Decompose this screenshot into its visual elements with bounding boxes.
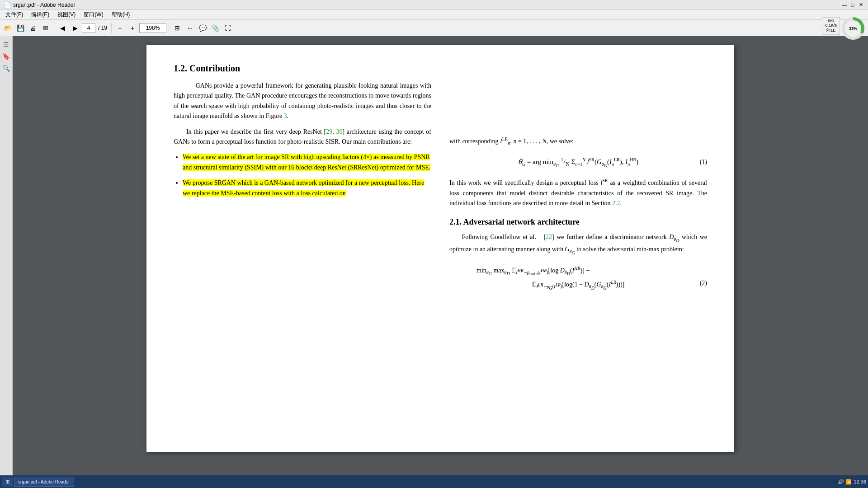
zoom-input[interactable]: 198% bbox=[139, 23, 166, 33]
next-page-button[interactable]: ▶ bbox=[69, 22, 81, 34]
prev-page-button[interactable]: ◀ bbox=[57, 22, 68, 34]
menu-help[interactable]: 帮助(H) bbox=[108, 10, 134, 19]
fullscreen-button[interactable]: ⛶ bbox=[222, 22, 234, 34]
toolbar: 📂 💾 🖨 ✉ ◀ ▶ 4 / 19 − + 198% ⊞ ↔ 💬 📎 ⛶ 工具 bbox=[0, 20, 868, 36]
bullet-item-2: We propose SRGAN which is a GAN-based ne… bbox=[183, 178, 431, 198]
sidebar-bookmarks-icon[interactable]: 🔖 bbox=[1, 52, 11, 61]
equation-2: minθG maxθD 𝔼IHR∼ptrain(IHR)[log DθD(IHR… bbox=[449, 266, 707, 291]
menu-window[interactable]: 窗口(W) bbox=[80, 10, 107, 19]
page-total: / 19 bbox=[98, 25, 107, 31]
menu-view[interactable]: 视图(V) bbox=[54, 10, 79, 19]
titlebar-left: 📄 srgan.pdf - Adobe Reader bbox=[4, 1, 75, 9]
maximize-button[interactable]: □ bbox=[849, 1, 856, 9]
bullet-item-1: We set a new state of the art for image … bbox=[183, 152, 431, 173]
taskbar-tray: 🔊 📶 12:36 bbox=[838, 479, 866, 485]
info-rate-label: 0.1K/s bbox=[825, 23, 837, 28]
sidebar-pages-icon[interactable]: ☰ bbox=[1, 40, 11, 50]
eq2-number: (2) bbox=[700, 280, 707, 287]
progress-percent: 33% bbox=[845, 20, 861, 37]
contribution-para2: In this paper we describe the first very… bbox=[174, 127, 431, 147]
ref29-link[interactable]: 29 bbox=[326, 128, 332, 135]
email-button[interactable]: ✉ bbox=[40, 22, 52, 34]
info-panel: 0K/ 0.1K/s 的1E bbox=[822, 17, 840, 35]
section-contribution-title: 1.2. Contribution bbox=[174, 63, 431, 74]
section22-link[interactable]: 2.2 bbox=[612, 200, 620, 206]
left-column: 1.2. Contribution GANs provide a powerfu… bbox=[174, 63, 431, 434]
page-number-input[interactable]: 4 bbox=[82, 23, 95, 33]
adversarial-para: Following Goodfellow et al. [22] we furt… bbox=[449, 232, 707, 257]
tray-icons: 🔊 📶 bbox=[838, 479, 852, 485]
app-icon: 📄 bbox=[4, 1, 11, 9]
taskbar: ⊞ srgan.pdf - Adobe Reader 🔊 📶 12:36 bbox=[0, 475, 868, 488]
fit-width-button[interactable]: ↔ bbox=[184, 22, 196, 34]
fig3-link[interactable]: 3 bbox=[284, 113, 287, 119]
separator-3 bbox=[169, 23, 169, 33]
right-column: with corresponding ILRn, n = 1, . . . , … bbox=[449, 63, 707, 434]
ref30-link[interactable]: 30 bbox=[336, 128, 342, 135]
contribution-bullets: We set a new state of the art for image … bbox=[174, 152, 431, 198]
subsection-adversarial-title: 2.1. Adversarial network architecture bbox=[449, 217, 707, 227]
eq1-number: (1) bbox=[700, 159, 707, 166]
taskbar-reader[interactable]: srgan.pdf - Adobe Reader bbox=[14, 477, 74, 487]
comment-button[interactable]: 💬 bbox=[197, 22, 208, 34]
separator-1 bbox=[54, 23, 54, 33]
window-title: srgan.pdf - Adobe Reader bbox=[13, 2, 75, 8]
save-button[interactable]: 💾 bbox=[14, 22, 26, 34]
zoom-out-button[interactable]: − bbox=[114, 22, 126, 34]
attach-button[interactable]: 📎 bbox=[209, 22, 221, 34]
taskbar-clock: 12:36 bbox=[854, 479, 866, 484]
right-intro-text: with corresponding ILRn, n = 1, . . . , … bbox=[449, 136, 707, 147]
separator-2 bbox=[111, 23, 112, 33]
taskbar-items: srgan.pdf - Adobe Reader bbox=[14, 477, 837, 487]
start-button[interactable]: ⊞ bbox=[2, 477, 13, 487]
info-extra: 的1E bbox=[826, 28, 835, 33]
menu-edit[interactable]: 编辑(E) bbox=[28, 10, 53, 19]
content-area: 1.2. Contribution GANs provide a powerfu… bbox=[13, 36, 868, 475]
ref22-link[interactable]: 22 bbox=[546, 234, 552, 240]
close-button[interactable]: ✕ bbox=[857, 1, 864, 9]
equation-1: θ̂G = arg minθG 1/N Σn=1N lSR(GθG(InLR),… bbox=[449, 156, 707, 168]
perceptual-loss-text: In this work we will specifically design… bbox=[449, 177, 707, 208]
print-button[interactable]: 🖨 bbox=[27, 22, 39, 34]
menu-file[interactable]: 文件(F) bbox=[2, 10, 27, 19]
sidebar-search-icon[interactable]: 🔍 bbox=[1, 63, 11, 73]
zoom-in-button[interactable]: + bbox=[127, 22, 138, 34]
progress-circle: 33% bbox=[842, 17, 864, 40]
fit-page-button[interactable]: ⊞ bbox=[171, 22, 183, 34]
menubar: 文件(F) 编辑(E) 视图(V) 窗口(W) 帮助(H) bbox=[0, 10, 868, 20]
open-button[interactable]: 📂 bbox=[2, 22, 14, 34]
info-speed-label: 0K/ bbox=[828, 19, 834, 23]
titlebar: 📄 srgan.pdf - Adobe Reader — □ ✕ bbox=[0, 0, 868, 10]
left-sidebar: ☰ 🔖 🔍 bbox=[0, 36, 13, 475]
minimize-button[interactable]: — bbox=[841, 1, 848, 9]
pdf-page: 1.2. Contribution GANs provide a powerfu… bbox=[146, 45, 734, 452]
window-controls[interactable]: — □ ✕ bbox=[841, 1, 864, 9]
contribution-para1: GANs provide a powerful framework for ge… bbox=[174, 81, 431, 122]
